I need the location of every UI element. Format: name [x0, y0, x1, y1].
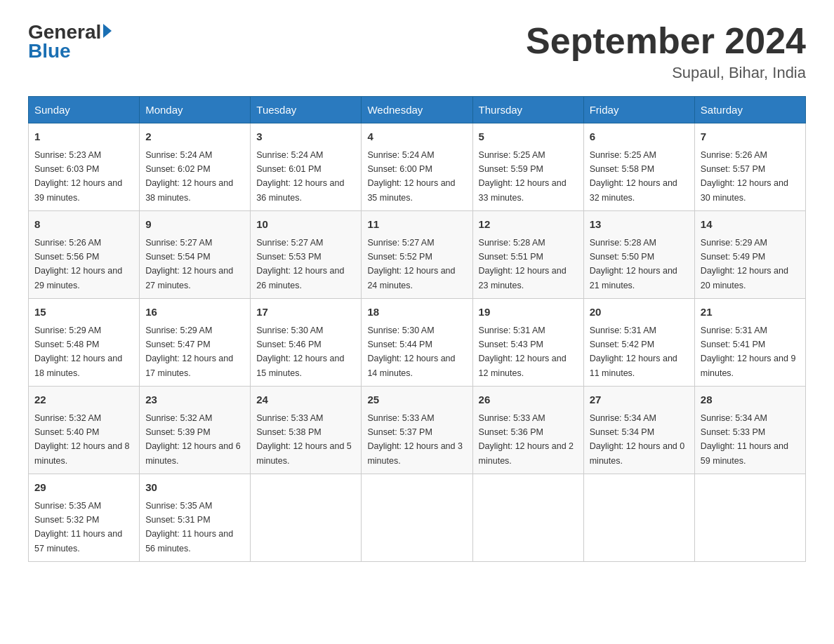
logo: General Blue — [28, 21, 112, 62]
table-row: 27 Sunrise: 5:34 AMSunset: 5:34 PMDaylig… — [583, 387, 694, 474]
day-number: 20 — [590, 304, 689, 321]
day-number: 29 — [34, 480, 133, 496]
day-info: Sunrise: 5:33 AMSunset: 5:38 PMDaylight:… — [256, 413, 352, 466]
day-number: 28 — [701, 392, 800, 408]
day-info: Sunrise: 5:31 AMSunset: 5:42 PMDaylight:… — [590, 326, 677, 378]
table-row — [583, 474, 694, 562]
day-info: Sunrise: 5:25 AMSunset: 5:58 PMDaylight:… — [590, 150, 677, 203]
day-info: Sunrise: 5:29 AMSunset: 5:47 PMDaylight:… — [145, 326, 233, 378]
day-info: Sunrise: 5:26 AMSunset: 5:57 PMDaylight:… — [701, 150, 788, 203]
day-info: Sunrise: 5:32 AMSunset: 5:40 PMDaylight:… — [34, 413, 130, 466]
day-number: 24 — [256, 392, 355, 408]
day-number: 3 — [256, 129, 355, 145]
day-info: Sunrise: 5:31 AMSunset: 5:41 PMDaylight:… — [701, 326, 796, 378]
header-monday: Monday — [140, 97, 251, 123]
table-row: 12 Sunrise: 5:28 AMSunset: 5:51 PMDaylig… — [472, 211, 583, 299]
calendar-week-row: 29 Sunrise: 5:35 AMSunset: 5:32 PMDaylig… — [29, 474, 806, 562]
day-number: 11 — [367, 217, 466, 233]
table-row: 15 Sunrise: 5:29 AMSunset: 5:48 PMDaylig… — [29, 299, 140, 387]
day-info: Sunrise: 5:24 AMSunset: 6:02 PMDaylight:… — [145, 150, 233, 203]
day-info: Sunrise: 5:30 AMSunset: 5:46 PMDaylight:… — [256, 326, 344, 378]
calendar-week-row: 15 Sunrise: 5:29 AMSunset: 5:48 PMDaylig… — [29, 299, 806, 387]
day-info: Sunrise: 5:34 AMSunset: 5:34 PMDaylight:… — [590, 413, 685, 466]
day-info: Sunrise: 5:28 AMSunset: 5:50 PMDaylight:… — [590, 238, 677, 290]
table-row: 6 Sunrise: 5:25 AMSunset: 5:58 PMDayligh… — [583, 123, 694, 211]
table-row — [472, 474, 583, 562]
logo-triangle-icon — [103, 24, 112, 38]
calendar-week-row: 1 Sunrise: 5:23 AMSunset: 6:03 PMDayligh… — [29, 123, 806, 211]
day-number: 4 — [367, 129, 466, 145]
day-number: 19 — [479, 304, 578, 321]
main-title: September 2024 — [526, 21, 806, 61]
day-number: 18 — [367, 304, 466, 321]
day-number: 22 — [34, 392, 133, 408]
table-row: 5 Sunrise: 5:25 AMSunset: 5:59 PMDayligh… — [472, 123, 583, 211]
day-number: 10 — [256, 217, 355, 233]
calendar-week-row: 22 Sunrise: 5:32 AMSunset: 5:40 PMDaylig… — [29, 387, 806, 474]
table-row: 10 Sunrise: 5:27 AMSunset: 5:53 PMDaylig… — [251, 211, 362, 299]
subtitle: Supaul, Bihar, India — [526, 64, 806, 82]
table-row: 25 Sunrise: 5:33 AMSunset: 5:37 PMDaylig… — [362, 387, 472, 474]
day-number: 15 — [34, 304, 133, 321]
calendar-table: Sunday Monday Tuesday Wednesday Thursday… — [28, 96, 806, 562]
day-info: Sunrise: 5:33 AMSunset: 5:37 PMDaylight:… — [367, 413, 463, 466]
day-number: 26 — [479, 392, 578, 408]
table-row: 23 Sunrise: 5:32 AMSunset: 5:39 PMDaylig… — [140, 387, 251, 474]
day-info: Sunrise: 5:24 AMSunset: 6:00 PMDaylight:… — [367, 150, 455, 203]
day-info: Sunrise: 5:33 AMSunset: 5:36 PMDaylight:… — [479, 413, 574, 466]
day-info: Sunrise: 5:27 AMSunset: 5:53 PMDaylight:… — [256, 238, 344, 290]
table-row — [694, 474, 805, 562]
day-number: 30 — [145, 480, 244, 496]
table-row: 28 Sunrise: 5:34 AMSunset: 5:33 PMDaylig… — [694, 387, 805, 474]
day-number: 21 — [701, 304, 800, 321]
day-number: 9 — [145, 217, 244, 233]
header-saturday: Saturday — [694, 97, 805, 123]
header-thursday: Thursday — [472, 97, 583, 123]
day-number: 5 — [479, 129, 578, 145]
table-row: 4 Sunrise: 5:24 AMSunset: 6:00 PMDayligh… — [362, 123, 472, 211]
day-number: 1 — [34, 129, 133, 145]
day-info: Sunrise: 5:26 AMSunset: 5:56 PMDaylight:… — [34, 238, 122, 290]
logo-blue-text: Blue — [28, 40, 71, 62]
page-header: General Blue September 2024 Supaul, Biha… — [28, 21, 806, 82]
day-info: Sunrise: 5:24 AMSunset: 6:01 PMDaylight:… — [256, 150, 344, 203]
header-tuesday: Tuesday — [251, 97, 362, 123]
table-row: 22 Sunrise: 5:32 AMSunset: 5:40 PMDaylig… — [29, 387, 140, 474]
day-info: Sunrise: 5:29 AMSunset: 5:48 PMDaylight:… — [34, 326, 122, 378]
day-info: Sunrise: 5:28 AMSunset: 5:51 PMDaylight:… — [479, 238, 567, 290]
day-info: Sunrise: 5:27 AMSunset: 5:52 PMDaylight:… — [367, 238, 455, 290]
day-number: 14 — [701, 217, 800, 233]
table-row: 3 Sunrise: 5:24 AMSunset: 6:01 PMDayligh… — [251, 123, 362, 211]
day-info: Sunrise: 5:35 AMSunset: 5:32 PMDaylight:… — [34, 501, 122, 554]
day-info: Sunrise: 5:25 AMSunset: 5:59 PMDaylight:… — [479, 150, 567, 203]
day-number: 23 — [145, 392, 244, 408]
table-row: 30 Sunrise: 5:35 AMSunset: 5:31 PMDaylig… — [140, 474, 251, 562]
table-row: 20 Sunrise: 5:31 AMSunset: 5:42 PMDaylig… — [583, 299, 694, 387]
table-row: 2 Sunrise: 5:24 AMSunset: 6:02 PMDayligh… — [140, 123, 251, 211]
table-row: 14 Sunrise: 5:29 AMSunset: 5:49 PMDaylig… — [694, 211, 805, 299]
day-number: 17 — [256, 304, 355, 321]
day-info: Sunrise: 5:27 AMSunset: 5:54 PMDaylight:… — [145, 238, 233, 290]
header-friday: Friday — [583, 97, 694, 123]
day-info: Sunrise: 5:31 AMSunset: 5:43 PMDaylight:… — [479, 326, 567, 378]
table-row: 18 Sunrise: 5:30 AMSunset: 5:44 PMDaylig… — [362, 299, 472, 387]
title-section: September 2024 Supaul, Bihar, India — [526, 21, 806, 82]
day-info: Sunrise: 5:35 AMSunset: 5:31 PMDaylight:… — [145, 501, 233, 554]
header-sunday: Sunday — [29, 97, 140, 123]
calendar-week-row: 8 Sunrise: 5:26 AMSunset: 5:56 PMDayligh… — [29, 211, 806, 299]
day-number: 25 — [367, 392, 466, 408]
table-row: 8 Sunrise: 5:26 AMSunset: 5:56 PMDayligh… — [29, 211, 140, 299]
table-row: 9 Sunrise: 5:27 AMSunset: 5:54 PMDayligh… — [140, 211, 251, 299]
day-number: 7 — [701, 129, 800, 145]
table-row: 26 Sunrise: 5:33 AMSunset: 5:36 PMDaylig… — [472, 387, 583, 474]
table-row — [251, 474, 362, 562]
header-wednesday: Wednesday — [362, 97, 472, 123]
table-row: 21 Sunrise: 5:31 AMSunset: 5:41 PMDaylig… — [694, 299, 805, 387]
day-info: Sunrise: 5:29 AMSunset: 5:49 PMDaylight:… — [701, 238, 788, 290]
table-row: 1 Sunrise: 5:23 AMSunset: 6:03 PMDayligh… — [29, 123, 140, 211]
table-row: 17 Sunrise: 5:30 AMSunset: 5:46 PMDaylig… — [251, 299, 362, 387]
day-number: 6 — [590, 129, 689, 145]
table-row: 16 Sunrise: 5:29 AMSunset: 5:47 PMDaylig… — [140, 299, 251, 387]
table-row: 19 Sunrise: 5:31 AMSunset: 5:43 PMDaylig… — [472, 299, 583, 387]
table-row: 7 Sunrise: 5:26 AMSunset: 5:57 PMDayligh… — [694, 123, 805, 211]
